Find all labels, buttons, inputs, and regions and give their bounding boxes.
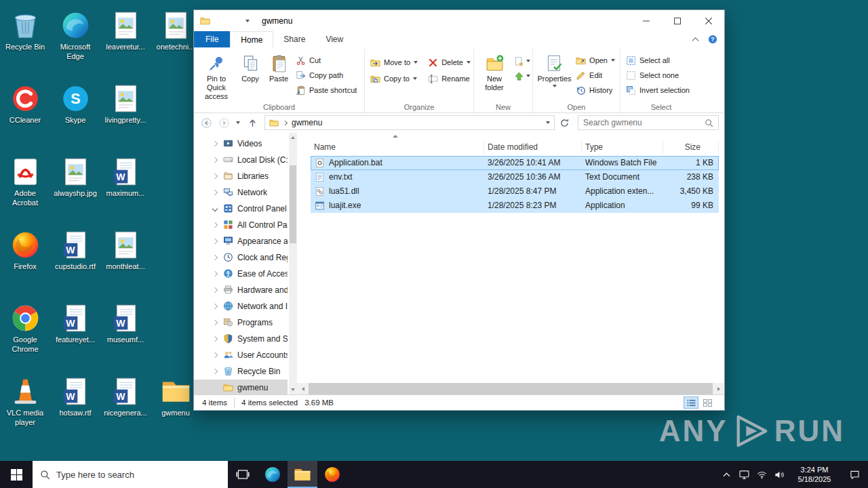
- tab-view[interactable]: View: [315, 31, 353, 47]
- address-dropdown-caret[interactable]: [546, 121, 550, 124]
- forward-button[interactable]: [216, 115, 232, 130]
- expand-chevron-icon[interactable]: [212, 353, 218, 357]
- horizontal-scrollbar-thumb[interactable]: [309, 383, 713, 394]
- copy-path-button[interactable]: Copy path: [293, 68, 359, 82]
- scroll-right-button[interactable]: [713, 383, 724, 394]
- desktop-icon-vlc[interactable]: VLC media player: [0, 369, 50, 442]
- desktop-icon-leaveretur[interactable]: leaveretur...: [100, 3, 151, 76]
- desktop-icon-microsoft-edge[interactable]: Microsoft Edge: [50, 3, 100, 76]
- desktop-icon-featureyet[interactable]: W featureyet...: [50, 296, 100, 369]
- nav-item-programs[interactable]: Programs: [194, 314, 288, 331]
- expand-chevron-icon[interactable]: [212, 288, 218, 292]
- desktop-icon-skype[interactable]: S Skype: [50, 76, 100, 149]
- nav-item-libraries[interactable]: Libraries: [194, 168, 288, 184]
- scroll-left-button[interactable]: [297, 383, 309, 394]
- up-button[interactable]: [244, 115, 260, 130]
- nav-scrollbar-thumb[interactable]: [290, 165, 296, 243]
- nav-scroll-up-button[interactable]: [289, 133, 297, 142]
- desktop-icon-livingpretty[interactable]: livingpretty...: [100, 76, 151, 149]
- nav-item-all-control-panel-items[interactable]: All Control Par...: [194, 217, 288, 233]
- new-folder-button[interactable]: New folder: [477, 50, 512, 102]
- desktop-icon-hotsaw-rtf[interactable]: W hotsaw.rtf: [50, 369, 100, 442]
- expand-chevron-icon[interactable]: [212, 142, 218, 146]
- taskbar-search-input[interactable]: [56, 470, 220, 480]
- expand-chevron-icon[interactable]: [212, 158, 218, 162]
- taskbar-clock[interactable]: 3:24 PM 5/18/2025: [788, 461, 841, 488]
- column-header-type[interactable]: Type: [582, 140, 663, 154]
- expand-chevron-icon[interactable]: [212, 223, 218, 227]
- select-none-button[interactable]: Select none: [623, 68, 692, 82]
- tray-volume-icon[interactable]: [770, 461, 788, 488]
- nav-item-videos[interactable]: Videos: [194, 136, 288, 152]
- cut-button[interactable]: Cut: [293, 54, 359, 67]
- expand-chevron-icon[interactable]: [212, 272, 218, 276]
- horizontal-scrollbar[interactable]: [297, 383, 724, 394]
- task-view-button[interactable]: [228, 461, 258, 488]
- minimize-ribbon-icon[interactable]: [692, 37, 699, 42]
- nav-scrollbar[interactable]: [289, 133, 297, 394]
- nav-item-clock-region[interactable]: Clock and Regi...: [194, 249, 288, 266]
- nav-item-recycle-bin[interactable]: Recycle Bin: [194, 363, 288, 380]
- select-all-button[interactable]: Select all: [623, 54, 692, 67]
- easy-access-button[interactable]: [513, 70, 530, 81]
- expand-chevron-icon[interactable]: [212, 239, 218, 243]
- help-icon[interactable]: ?: [708, 35, 717, 44]
- edit-button[interactable]: Edit: [573, 68, 617, 82]
- desktop-icon-google-chrome[interactable]: Google Chrome: [0, 296, 50, 369]
- delete-button[interactable]: Delete: [425, 56, 473, 69]
- desktop-icon-firefox[interactable]: Firefox: [0, 222, 50, 296]
- open-button[interactable]: Open: [573, 54, 617, 67]
- expand-chevron-icon[interactable]: [212, 190, 218, 195]
- details-view-button[interactable]: [684, 396, 698, 409]
- quick-access-toolbar-caret[interactable]: [245, 20, 250, 22]
- desktop-icon-ccleaner[interactable]: CCleaner: [0, 76, 50, 149]
- tab-home[interactable]: Home: [230, 31, 273, 47]
- new-item-button[interactable]: [513, 56, 530, 66]
- title-bar[interactable]: gwmenu: [194, 10, 724, 31]
- expand-chevron-icon[interactable]: [212, 174, 218, 178]
- nav-item-local-disk-c[interactable]: Local Disk (C:): [194, 152, 288, 168]
- refresh-button[interactable]: [556, 115, 572, 130]
- desktop-icon-monthleat[interactable]: monthleat...: [100, 222, 151, 296]
- tray-network-icon[interactable]: [753, 461, 770, 488]
- taskbar-explorer-button[interactable]: [288, 461, 317, 488]
- copy-button[interactable]: Copy: [236, 50, 264, 102]
- start-button[interactable]: [0, 461, 33, 488]
- expand-chevron-icon[interactable]: [212, 321, 218, 325]
- nav-item-network-internet[interactable]: Network and In...: [194, 298, 288, 314]
- desktop-icon-maximum[interactable]: W maximum...: [100, 149, 151, 222]
- expand-chevron-icon[interactable]: [212, 369, 218, 373]
- move-to-button[interactable]: Move to: [368, 56, 420, 69]
- thumbnails-view-button[interactable]: [700, 396, 715, 409]
- expand-chevron-icon[interactable]: [212, 256, 218, 260]
- desktop-icon-cupstudio-rtf[interactable]: W cupstudio.rtf: [50, 222, 100, 296]
- close-button[interactable]: [693, 10, 724, 31]
- nav-item-gwmenu[interactable]: gwmenu: [194, 380, 288, 394]
- file-row-env-txt[interactable]: env.txt 3/26/2025 10:36 AM Text Document…: [311, 170, 719, 184]
- invert-selection-button[interactable]: Invert selection: [623, 83, 692, 97]
- search-input[interactable]: [583, 118, 705, 127]
- taskbar-search[interactable]: [33, 461, 228, 488]
- nav-item-network[interactable]: Network: [194, 184, 288, 201]
- file-row-luajit-exe[interactable]: luajit.exe 1/28/2025 8:23 PM Application…: [311, 199, 719, 213]
- pin-to-quick-access-button[interactable]: Pin to Quick access: [197, 50, 236, 102]
- minimize-button[interactable]: [631, 10, 662, 31]
- nav-item-appearance[interactable]: Appearance an...: [194, 233, 288, 249]
- properties-button[interactable]: Properties: [536, 50, 573, 102]
- column-header-date-modified[interactable]: Date modified: [484, 140, 582, 154]
- nav-item-ease-of-access[interactable]: Ease of Access...: [194, 266, 288, 282]
- tab-share[interactable]: Share: [273, 31, 315, 47]
- search-box[interactable]: [578, 115, 719, 130]
- paste-button[interactable]: Paste: [264, 50, 293, 102]
- column-header-size[interactable]: Size: [663, 140, 719, 154]
- file-list-area[interactable]: Name Date modified Type Size Application…: [297, 133, 724, 394]
- file-row-application-bat[interactable]: Application.bat 3/26/2025 10:41 AM Windo…: [311, 156, 719, 170]
- rename-button[interactable]: Rename: [425, 72, 473, 85]
- address-bar[interactable]: gwmenu: [264, 115, 555, 130]
- taskbar-firefox-button[interactable]: [317, 461, 347, 488]
- nav-scroll-down-button[interactable]: [289, 385, 297, 394]
- back-button[interactable]: [198, 115, 214, 130]
- paste-shortcut-button[interactable]: Paste shortcut: [293, 83, 359, 97]
- tray-show-hidden-icons-button[interactable]: [717, 461, 735, 488]
- nav-item-control-panel[interactable]: Control Panel: [194, 201, 288, 217]
